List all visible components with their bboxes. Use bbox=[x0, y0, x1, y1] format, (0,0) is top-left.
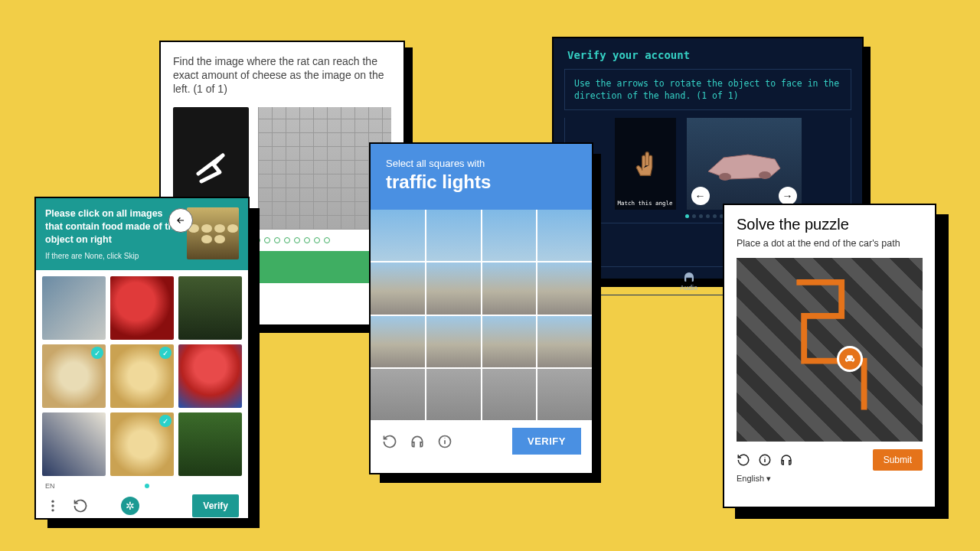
car-3d-icon bbox=[702, 141, 786, 187]
headphones-icon[interactable] bbox=[779, 453, 793, 467]
check-icon: ✓ bbox=[91, 347, 103, 359]
recaptcha-info-button[interactable] bbox=[436, 433, 453, 450]
hcaptcha-tile[interactable] bbox=[42, 412, 106, 476]
svg-point-0 bbox=[719, 173, 731, 181]
hcaptcha-reference-image bbox=[187, 207, 239, 259]
recaptcha-tile[interactable] bbox=[426, 316, 481, 367]
hcaptcha-tile[interactable] bbox=[178, 344, 242, 408]
cheese-count-glyph bbox=[192, 149, 230, 187]
recaptcha-tile[interactable] bbox=[426, 369, 481, 420]
recaptcha-prompt-target: traffic lights bbox=[386, 171, 577, 193]
car-path bbox=[737, 258, 923, 442]
hcaptcha-skip-hint: If there are None, click Skip bbox=[45, 251, 181, 262]
recaptcha-tile[interactable] bbox=[537, 262, 592, 314]
hcaptcha-tile[interactable]: ✓ bbox=[110, 412, 174, 476]
hcaptcha-tile[interactable] bbox=[178, 276, 242, 340]
hcaptcha-footer: ✲ Verify bbox=[36, 490, 248, 525]
recaptcha-tile[interactable] bbox=[482, 369, 537, 420]
arkose-challenge: Solve the puzzle Place a dot at the end … bbox=[723, 204, 936, 508]
menu-icon[interactable] bbox=[45, 498, 60, 514]
recaptcha-footer: VERIFY bbox=[371, 420, 592, 462]
recaptcha-verify-button[interactable]: VERIFY bbox=[512, 428, 581, 455]
svg-point-4 bbox=[51, 504, 54, 507]
headphones-icon bbox=[410, 434, 425, 449]
hcaptcha-tile[interactable] bbox=[178, 412, 242, 476]
rotate-title: Verify your account bbox=[554, 38, 862, 64]
hcaptcha-progress-dot bbox=[145, 484, 149, 488]
arkose-footer: Submit bbox=[737, 449, 923, 471]
rotate-left-button[interactable]: ← bbox=[691, 187, 710, 205]
hcaptcha-logo-icon[interactable]: ✲ bbox=[121, 497, 139, 515]
rotate-right-button[interactable]: → bbox=[779, 187, 797, 205]
info-icon bbox=[437, 434, 452, 449]
recaptcha-tile[interactable] bbox=[371, 369, 425, 420]
rotate-caption: Match this angle bbox=[615, 200, 676, 207]
recaptcha-tile[interactable] bbox=[537, 369, 592, 420]
recaptcha-tile[interactable] bbox=[371, 316, 425, 367]
recaptcha-grid bbox=[371, 210, 592, 420]
arkose-challenge-image[interactable] bbox=[737, 258, 923, 442]
svg-point-5 bbox=[51, 509, 54, 511]
recaptcha-header: Select all squares with traffic lights bbox=[371, 144, 592, 210]
maze-instruction: Find the image where the rat can reach t… bbox=[173, 54, 391, 96]
hcaptcha-header: Please click on all images that contain … bbox=[36, 198, 248, 270]
recaptcha-prompt-prefix: Select all squares with bbox=[386, 158, 577, 169]
svg-point-3 bbox=[51, 500, 54, 503]
recaptcha-reload-button[interactable] bbox=[381, 433, 398, 450]
hcaptcha-challenge: Please click on all images that contain … bbox=[34, 197, 250, 520]
recaptcha-challenge: Select all squares with traffic lights V… bbox=[369, 142, 593, 474]
recaptcha-tile[interactable] bbox=[482, 262, 537, 314]
reload-icon[interactable] bbox=[737, 453, 750, 467]
recaptcha-tile[interactable] bbox=[482, 210, 537, 261]
svg-point-1 bbox=[759, 171, 771, 179]
check-icon: ✓ bbox=[159, 347, 172, 359]
recaptcha-tile[interactable] bbox=[426, 210, 481, 261]
arrow-left-icon bbox=[175, 215, 186, 226]
hand-icon bbox=[629, 147, 662, 181]
hcaptcha-tile[interactable]: ✓ bbox=[42, 344, 106, 408]
rotate-challenge-image[interactable]: ← → bbox=[687, 118, 802, 210]
hcaptcha-verify-button[interactable]: Verify bbox=[192, 494, 239, 517]
arkose-submit-button[interactable]: Submit bbox=[873, 449, 923, 471]
recaptcha-audio-button[interactable] bbox=[409, 433, 426, 450]
arkose-title: Solve the puzzle bbox=[737, 216, 923, 233]
maze-prev-button[interactable] bbox=[168, 208, 193, 233]
rotate-instruction: Use the arrows to rotate the object to f… bbox=[564, 69, 851, 110]
hcaptcha-tile[interactable] bbox=[110, 276, 174, 340]
hcaptcha-prompt: Please click on all images that contain … bbox=[45, 207, 181, 246]
hcaptcha-grid: ✓ ✓ ✓ bbox=[36, 270, 248, 482]
recaptcha-tile[interactable] bbox=[482, 316, 537, 367]
reload-icon[interactable] bbox=[73, 498, 88, 514]
check-icon: ✓ bbox=[159, 415, 172, 427]
info-icon[interactable] bbox=[758, 453, 772, 467]
rotate-reference-image: Match this angle bbox=[615, 118, 676, 210]
recaptcha-tile[interactable] bbox=[537, 316, 592, 367]
arkose-language-select[interactable]: English bbox=[737, 474, 923, 484]
hcaptcha-language-label[interactable]: EN bbox=[45, 482, 55, 490]
arkose-instruction: Place a dot at the end of the car's path bbox=[737, 238, 923, 249]
reload-icon bbox=[382, 434, 397, 449]
recaptcha-tile[interactable] bbox=[537, 210, 592, 261]
recaptcha-tile[interactable] bbox=[371, 262, 425, 314]
hcaptcha-tile[interactable]: ✓ bbox=[110, 344, 174, 408]
recaptcha-tile[interactable] bbox=[371, 210, 425, 261]
headphones-icon bbox=[682, 270, 696, 284]
hcaptcha-tile[interactable] bbox=[42, 276, 106, 340]
recaptcha-tile[interactable] bbox=[426, 262, 481, 314]
